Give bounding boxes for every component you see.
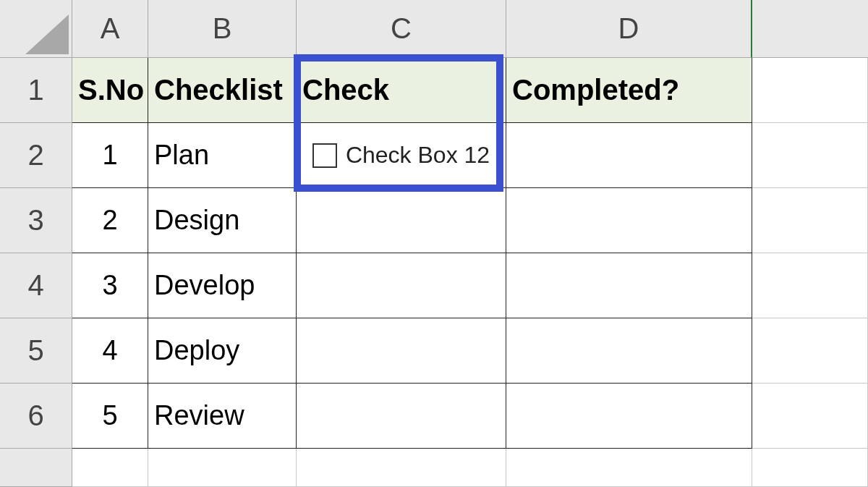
cell-B3[interactable]: Design [148,188,297,253]
row-header-6[interactable]: 6 [0,384,72,449]
select-all-triangle-icon [25,14,69,54]
cell-D7[interactable] [506,449,752,487]
col-header-blank[interactable] [752,0,868,58]
cell-C7[interactable] [297,449,506,487]
cell-E1[interactable] [752,58,868,123]
cell-A2[interactable]: 1 [72,123,148,188]
row-header-3[interactable]: 3 [0,188,72,253]
cell-C4[interactable] [297,253,506,318]
cell-B7[interactable] [148,449,297,487]
cell-A6[interactable]: 5 [72,384,148,449]
cell-E5[interactable] [752,318,868,384]
row-header-4[interactable]: 4 [0,253,72,318]
spreadsheet-grid: A B C D 1 S.No Checklist Check Completed… [0,0,868,487]
row-header-2[interactable]: 2 [0,123,72,188]
cell-B5[interactable]: Deploy [148,318,297,384]
cell-E6[interactable] [752,384,868,449]
cell-E3[interactable] [752,188,868,253]
cell-C6[interactable] [297,384,506,449]
cell-B4[interactable]: Develop [148,253,297,318]
cell-C1[interactable]: Check [297,58,506,123]
cell-C5[interactable] [297,318,506,384]
row-header-7[interactable] [0,449,72,487]
cell-A3[interactable]: 2 [72,188,148,253]
cell-B6[interactable]: Review [148,384,297,449]
cell-A5[interactable]: 4 [72,318,148,384]
checkbox-control[interactable]: Check Box 12 [312,142,490,169]
cell-B2[interactable]: Plan [148,123,297,188]
cell-A7[interactable] [72,449,148,487]
col-header-B[interactable]: B [148,0,297,58]
cell-C3[interactable] [297,188,506,253]
row-header-5[interactable]: 5 [0,318,72,384]
cell-E4[interactable] [752,253,868,318]
cell-E2[interactable] [752,123,868,188]
checkbox-label: Check Box 12 [346,142,490,169]
col-header-C[interactable]: C [297,0,506,58]
cell-D1[interactable]: Completed? [506,58,752,123]
cell-B1[interactable]: Checklist [148,58,297,123]
cell-A4[interactable]: 3 [72,253,148,318]
cell-D2[interactable] [506,123,752,188]
cell-D4[interactable] [506,253,752,318]
cell-C2[interactable]: Check Box 12 [297,123,506,188]
cell-D5[interactable] [506,318,752,384]
cell-D6[interactable] [506,384,752,449]
col-header-D[interactable]: D [506,0,752,58]
checkbox-icon[interactable] [312,143,337,168]
cell-A1[interactable]: S.No [72,58,148,123]
cell-D3[interactable] [506,188,752,253]
row-header-1[interactable]: 1 [0,58,72,123]
col-header-A[interactable]: A [72,0,148,58]
select-all-corner[interactable] [0,0,72,58]
cell-E7[interactable] [752,449,868,487]
